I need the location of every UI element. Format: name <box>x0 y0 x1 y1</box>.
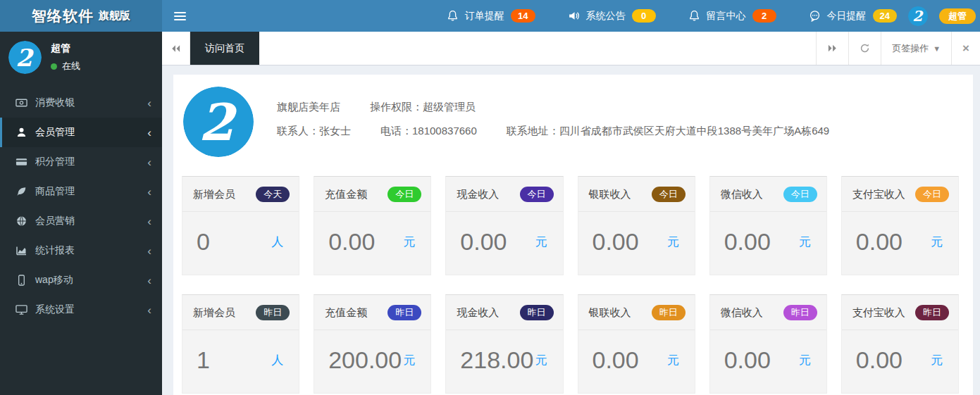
stat-card-label: 银联收入 <box>589 188 631 201</box>
app-logo[interactable]: 智络软件 旗舰版 <box>0 0 162 32</box>
sidebar-item-5[interactable]: 会员营销 ‹ <box>0 206 162 236</box>
notification-count-badge: 2 <box>752 9 776 23</box>
hamburger-icon <box>174 12 186 13</box>
stat-card-label: 新增会员 <box>193 306 235 320</box>
stat-card-period-badge: 昨日 <box>387 305 421 320</box>
user-role-badge[interactable]: 超管 <box>939 8 976 24</box>
stat-cards-row-yesterday: 新增会员 昨日 1 人 充值金额 昨日 200.00 元 现金收入 昨日 218… <box>182 294 959 394</box>
sidebar-item-1[interactable]: 消费收银 ‹ <box>0 88 162 118</box>
sidebar: 2 超管 在线 消费收银 ‹ <box>0 32 162 395</box>
notification-count-badge: 14 <box>511 9 535 23</box>
topbar-nav-item[interactable]: 留言中心 2 <box>688 9 776 23</box>
topbar-nav-item-label: 留言中心 <box>707 10 746 23</box>
stat-card-period-badge: 昨日 <box>783 305 817 320</box>
app-logo-title: 智络软件 <box>32 6 94 26</box>
chevron-left-icon: ‹ <box>147 215 151 227</box>
money-icon <box>14 97 28 108</box>
sidebar-toggle-button[interactable] <box>162 0 197 32</box>
stat-card-value: 0.00 <box>593 346 639 374</box>
stat-card: 支付宝收入 今日 0.00 元 <box>841 176 959 275</box>
stat-card-unit: 元 <box>931 234 948 250</box>
credit-card-icon <box>14 156 28 168</box>
sidebar-user-avatar[interactable]: 2 <box>8 41 42 74</box>
stat-card-label: 充值金额 <box>325 188 367 201</box>
stat-card-unit: 元 <box>799 234 817 250</box>
topbar-nav-item-label: 订单提醒 <box>465 10 504 23</box>
chevron-left-icon: ‹ <box>147 245 151 257</box>
tab-actions-dropdown[interactable]: 页签操作 ▼ <box>881 32 951 65</box>
user-icon <box>14 127 28 138</box>
stat-card: 充值金额 今日 0.00 元 <box>314 176 431 275</box>
speaker-icon <box>568 10 580 22</box>
close-tab-button[interactable]: × <box>951 32 980 65</box>
stat-card-period-badge: 今日 <box>915 187 949 202</box>
sidebar-item-3[interactable]: 积分管理 ‹ <box>0 147 162 177</box>
sidebar-item-label: 统计报表 <box>35 244 75 257</box>
stat-card-period-badge: 今日 <box>652 187 686 202</box>
refresh-tab-button[interactable] <box>848 32 881 65</box>
stat-card: 新增会员 昨日 1 人 <box>182 294 299 394</box>
stat-card: 现金收入 昨日 218.00 元 <box>445 294 563 394</box>
sidebar-item-7[interactable]: wap移动 ‹ <box>0 265 162 295</box>
tabs-scroll-right-button[interactable] <box>816 32 848 65</box>
stat-card-period-badge: 昨日 <box>256 305 290 320</box>
tab-bar: 访问首页 页签操作 ▼ × <box>162 32 980 65</box>
store-contact: 联系人：张女士 <box>277 125 351 138</box>
stat-card-label: 现金收入 <box>457 188 499 201</box>
stat-card-period-badge: 今日 <box>387 187 421 202</box>
store-info-section: 2 旗舰店美年店 操作权限：超级管理员 联系人：张女士 电话：181008376… <box>182 85 965 157</box>
stat-card-unit: 元 <box>667 234 685 250</box>
svg-text:2: 2 <box>912 8 924 25</box>
tab-home-label: 访问首页 <box>205 42 244 55</box>
sidebar-item-label: 系统设置 <box>35 303 75 316</box>
sidebar-user-name: 超管 <box>51 42 80 55</box>
topbar-nav-item[interactable]: 今日提醒 24 <box>809 9 897 23</box>
sidebar-item-4[interactable]: 商品管理 ‹ <box>0 177 162 206</box>
sidebar-item-label: 会员管理 <box>35 126 75 139</box>
tabs-scroll-left-button[interactable] <box>162 32 190 65</box>
chevron-left-icon: ‹ <box>147 97 151 109</box>
stat-card-value: 0.00 <box>856 228 903 256</box>
topbar-nav-item[interactable]: 系统公告 0 <box>568 9 656 23</box>
chevron-down-icon: ▼ <box>933 44 941 53</box>
brand-logo-icon: 2 <box>908 6 928 26</box>
stat-card-unit: 人 <box>271 352 289 368</box>
stat-card-value: 218.00 <box>460 346 533 374</box>
sidebar-item-2[interactable]: 会员管理 ‹ <box>0 118 162 147</box>
stat-card-period-badge: 昨日 <box>915 305 949 320</box>
user-avatar[interactable]: 2 <box>908 6 928 26</box>
stat-card: 微信收入 昨日 0.00 元 <box>709 294 827 394</box>
close-icon: × <box>962 42 969 56</box>
main-area: 访问首页 页签操作 ▼ × <box>162 32 980 395</box>
stat-card-value: 0.00 <box>724 346 771 374</box>
sidebar-item-label: 消费收银 <box>35 96 75 109</box>
online-status-icon <box>51 63 57 70</box>
stat-card: 新增会员 今天 0 人 <box>182 176 299 275</box>
topbar-nav: 订单提醒 14 系统公告 0 <box>197 0 908 32</box>
sidebar-menu: 消费收银 ‹ 会员管理 ‹ 积分管理 ‹ <box>0 88 162 325</box>
brand-logo-icon: 2 <box>183 87 254 157</box>
topbar-nav-item-label: 系统公告 <box>586 10 626 23</box>
topbar-user-area[interactable]: 2 超管 <box>908 0 980 32</box>
stat-card: 银联收入 昨日 0.00 元 <box>578 294 695 394</box>
stat-card: 银联收入 今日 0.00 元 <box>578 176 695 275</box>
stat-card-label: 充值金额 <box>325 306 367 320</box>
stat-card-period-badge: 今日 <box>520 187 554 202</box>
brand-logo-icon: 2 <box>8 41 42 74</box>
stat-card-unit: 元 <box>931 352 948 368</box>
leaf-icon <box>14 186 28 197</box>
tab-home[interactable]: 访问首页 <box>190 32 259 65</box>
sidebar-user-panel: 2 超管 在线 <box>0 32 162 82</box>
double-chevron-left-icon <box>170 44 181 53</box>
stat-card-unit: 元 <box>799 352 817 368</box>
tabbar-spacer <box>259 32 816 65</box>
sidebar-item-8[interactable]: 系统设置 ‹ <box>0 295 162 325</box>
topbar-nav-item[interactable]: 订单提醒 14 <box>447 9 535 23</box>
stat-card-label: 支付宝收入 <box>852 188 905 201</box>
stat-card-unit: 元 <box>535 234 553 250</box>
sidebar-item-6[interactable]: 统计报表 ‹ <box>0 236 162 265</box>
stat-card-value: 0.00 <box>856 346 903 374</box>
store-phone: 电话：18100837660 <box>380 125 477 138</box>
stat-card-period-badge: 昨日 <box>520 305 554 320</box>
stat-card-label: 新增会员 <box>193 188 235 201</box>
